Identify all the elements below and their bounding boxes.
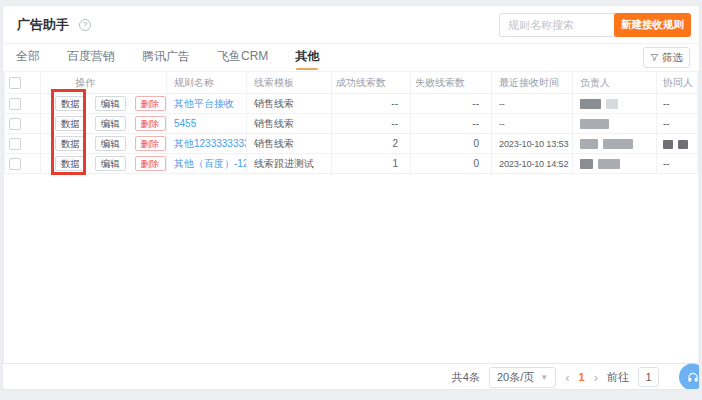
data-button[interactable]: 数据 xyxy=(55,116,86,131)
column-header-操作: 操作 xyxy=(41,72,167,94)
column-header-负责人: 负责人 xyxy=(573,72,657,94)
filter-button[interactable]: 筛选 xyxy=(643,47,690,68)
page-title: 广告助手 xyxy=(17,6,69,44)
receive-time-cell: -- xyxy=(492,114,573,134)
success-count-cell: -- xyxy=(332,94,411,114)
redacted-name xyxy=(678,140,688,149)
rule-name-link[interactable]: 5455 xyxy=(174,118,196,129)
column-header-成功线索数: 成功线索数 xyxy=(332,72,411,94)
page-size-label: 20条/页 xyxy=(497,370,534,385)
main-panel: 广告助手 ? 新建接收规则 全部百度营销腾讯广告飞鱼CRM其他 筛选 操作规则名… xyxy=(2,5,700,390)
fail-count-cell: 0 xyxy=(411,154,492,174)
redacted-name xyxy=(663,140,673,149)
table-header-row: 操作规则名称线索模板成功线索数失败线索数最近接收时间负责人协同人 xyxy=(5,72,698,94)
edit-button[interactable]: 编辑 xyxy=(95,116,126,131)
delete-button[interactable]: 删除 xyxy=(135,96,166,111)
tab-腾讯广告[interactable]: 腾讯广告 xyxy=(142,44,190,71)
goto-page-input[interactable] xyxy=(638,367,659,387)
search-input[interactable] xyxy=(499,13,617,37)
pagination: 共4条 20条/页 ▼ ‹ 1 › 前往 xyxy=(3,364,699,390)
column-header-最近接收时间: 最近接收时间 xyxy=(492,72,573,94)
tabs-bar: 全部百度营销腾讯广告飞鱼CRM其他 筛选 xyxy=(3,44,699,71)
owner-cell xyxy=(573,94,657,114)
owner-cell xyxy=(573,114,657,134)
table-row[interactable]: 数据 编辑 删除 其他（百度）-1234 线索跟进测试 1 0 2023-10-… xyxy=(5,154,698,174)
fail-count-cell: -- xyxy=(411,94,492,114)
rule-name-link[interactable]: 其他12333333333333... xyxy=(174,138,247,149)
filter-button-label: 筛选 xyxy=(662,51,683,65)
redacted-name xyxy=(598,159,620,169)
redacted-name xyxy=(606,99,618,109)
column-header-失败线索数: 失败线索数 xyxy=(411,72,492,94)
top-bar: 广告助手 ? 新建接收规则 xyxy=(3,6,699,44)
column-header-协同人: 协同人 xyxy=(657,72,698,94)
receive-time-cell: 2023-10-10 13:53 xyxy=(492,134,573,154)
delete-button[interactable]: 删除 xyxy=(135,156,166,171)
prev-page-button[interactable]: ‹ xyxy=(565,371,569,384)
redacted-name xyxy=(580,139,598,149)
lead-template-cell: 销售线索 xyxy=(247,134,332,154)
redacted-name xyxy=(580,99,601,109)
edit-button[interactable]: 编辑 xyxy=(95,136,126,151)
success-count-cell: -- xyxy=(332,114,411,134)
receive-time-cell: 2023-10-10 14:52 xyxy=(492,154,573,174)
collaborator-cell xyxy=(657,134,698,154)
current-page[interactable]: 1 xyxy=(579,371,585,383)
table-row[interactable]: 数据 编辑 删除 其他平台接收 销售线索 -- -- -- -- xyxy=(5,94,698,114)
fail-count-cell: 0 xyxy=(411,134,492,154)
redacted-name xyxy=(603,139,633,149)
success-count-cell: 2 xyxy=(332,134,411,154)
select-all-checkbox[interactable] xyxy=(9,77,21,89)
edit-button[interactable]: 编辑 xyxy=(95,156,126,171)
row-checkbox[interactable] xyxy=(9,98,21,110)
total-count: 共4条 xyxy=(452,370,480,385)
receive-time-cell: -- xyxy=(492,94,573,114)
row-checkbox[interactable] xyxy=(9,158,21,170)
redacted-name xyxy=(580,119,609,129)
goto-label: 前往 xyxy=(607,370,629,385)
row-checkbox[interactable] xyxy=(9,118,21,130)
lead-template-cell: 线索跟进测试 xyxy=(247,154,332,174)
tab-全部[interactable]: 全部 xyxy=(16,44,40,71)
delete-button[interactable]: 删除 xyxy=(135,116,166,131)
row-checkbox[interactable] xyxy=(9,138,21,150)
create-rule-button[interactable]: 新建接收规则 xyxy=(614,13,691,37)
help-icon[interactable]: ? xyxy=(79,19,91,31)
tab-百度营销[interactable]: 百度营销 xyxy=(67,44,115,71)
redacted-name xyxy=(580,159,593,169)
table-body: 数据 编辑 删除 其他平台接收 销售线索 -- -- -- -- 数据 编辑 删… xyxy=(5,94,698,174)
rules-table: 操作规则名称线索模板成功线索数失败线索数最近接收时间负责人协同人 数据 编辑 删… xyxy=(3,71,699,364)
lead-template-cell: 销售线索 xyxy=(247,114,332,134)
collaborator-cell: -- xyxy=(657,114,698,134)
page-size-select[interactable]: 20条/页 ▼ xyxy=(489,367,556,388)
tab-飞鱼CRM[interactable]: 飞鱼CRM xyxy=(217,44,268,71)
table-row[interactable]: 数据 编辑 删除 5455 销售线索 -- -- -- -- xyxy=(5,114,698,134)
table-row[interactable]: 数据 编辑 删除 其他12333333333333... 销售线索 2 0 20… xyxy=(5,134,698,154)
select-all-header xyxy=(5,72,41,94)
owner-cell xyxy=(573,154,657,174)
owner-cell xyxy=(573,134,657,154)
lead-template-cell: 销售线索 xyxy=(247,94,332,114)
tab-其他[interactable]: 其他 xyxy=(295,44,319,71)
funnel-icon xyxy=(650,53,659,62)
success-count-cell: 1 xyxy=(332,154,411,174)
headset-icon xyxy=(686,370,700,384)
chevron-down-icon: ▼ xyxy=(540,373,548,382)
data-button[interactable]: 数据 xyxy=(55,96,86,111)
data-button[interactable]: 数据 xyxy=(55,156,86,171)
rule-name-link[interactable]: 其他平台接收 xyxy=(174,98,234,109)
column-header-线索模板: 线索模板 xyxy=(247,72,332,94)
data-button[interactable]: 数据 xyxy=(55,136,86,151)
delete-button[interactable]: 删除 xyxy=(135,136,166,151)
rule-name-link[interactable]: 其他（百度）-1234 xyxy=(174,158,247,169)
tabs: 全部百度营销腾讯广告飞鱼CRM其他 xyxy=(16,44,346,71)
edit-button[interactable]: 编辑 xyxy=(95,96,126,111)
next-page-button[interactable]: › xyxy=(594,371,598,384)
support-button[interactable] xyxy=(679,364,700,391)
fail-count-cell: -- xyxy=(411,114,492,134)
column-header-规则名称: 规则名称 xyxy=(167,72,247,94)
collaborator-cell: -- xyxy=(657,94,698,114)
collaborator-cell: -- xyxy=(657,154,698,174)
